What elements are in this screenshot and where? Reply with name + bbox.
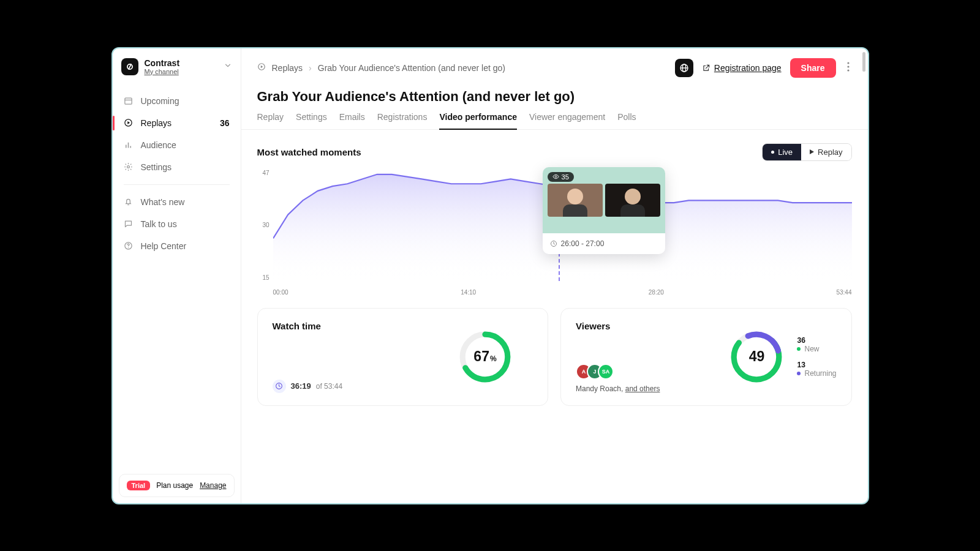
chart-y-axis: 47 30 15 [257,170,270,281]
toggle-replay-label: Replay [818,148,842,157]
live-dot-icon [771,151,774,154]
tab-video-performance[interactable]: Video performance [439,112,517,129]
svg-point-18 [847,69,849,71]
svg-point-8 [127,166,130,168]
sidebar-item-label: Audience [141,140,176,150]
svg-rect-2 [125,98,132,104]
legend-ret-count: 13 [797,361,836,369]
plan-usage-label: Plan usage [156,481,193,490]
viewers-total: 49 [749,348,765,365]
x-tick: 28:20 [649,289,664,296]
sidebar-item-replays[interactable]: Replays 36 [113,112,241,134]
toggle-live[interactable]: Live [763,144,801,160]
viewer-avatars: A J SA [576,364,728,380]
sidebar-item-label: Replays [141,118,172,128]
tab-replay[interactable]: Replay [257,112,284,129]
bell-icon [124,197,134,207]
content-area: Most watched moments Live Replay 47 3 [241,130,868,503]
moment-popover: 35 26:00 - 27:00 [543,167,665,254]
svg-point-11 [128,247,129,248]
gear-icon [124,162,134,172]
breadcrumb: Replays › Grab Your Audience's Attention… [257,62,505,73]
x-tick: 00:00 [273,289,288,296]
legend-dot-icon [797,372,801,375]
chat-icon [124,219,134,229]
globe-icon [679,63,689,73]
sidebar-item-help[interactable]: Help Center [113,235,241,257]
breadcrumb-current: Grab Your Audience's Attention (and neve… [318,63,505,73]
section-title: Most watched moments [257,147,361,157]
app-window: Contrast My channel Upcoming Replays 36 [111,47,869,504]
sidebar-item-label: Help Center [141,241,187,251]
sidebar-item-label: What's new [141,197,185,207]
sidebar-item-talk[interactable]: Talk to us [113,213,241,235]
viewers-legend: 36 New 13 Returning [797,336,836,378]
x-tick: 14:10 [461,289,476,296]
plan-card: Trial Plan usage Manage [119,474,235,497]
brand-title: Contrast [145,58,217,68]
trial-badge: Trial [127,481,151,490]
calendar-icon [124,96,134,106]
view-mode-toggle: Live Replay [762,143,851,161]
viewers-card: Viewers A J SA Mandy Roach, and others [560,308,852,406]
viewer-name-lead: Mandy Roach, [576,384,625,393]
avatar: SA [598,364,614,380]
viewers-donut: 49 [728,329,785,385]
sidebar-item-whatsnew[interactable]: What's new [113,191,241,213]
legend-dot-icon [797,347,801,351]
more-menu-button[interactable] [845,62,852,73]
y-tick: 15 [257,274,270,281]
registration-page-link[interactable]: Registration page [702,63,782,73]
watch-time-of: of 53:44 [316,382,342,391]
main: Replays › Grab Your Audience's Attention… [241,48,868,503]
legend-ret-label: Returning [804,369,836,378]
watch-time-donut: 67% [457,329,513,385]
moment-time-label: 26:00 - 27:00 [561,239,605,248]
play-circle-icon [257,62,266,73]
svg-point-16 [847,62,849,64]
manage-link[interactable]: Manage [200,481,226,490]
moment-thumbnail: 35 [543,167,665,233]
sidebar-item-audience[interactable]: Audience [113,134,241,156]
viewer-names: Mandy Roach, and others [576,384,728,393]
moment-viewer-count: 35 [562,173,569,181]
moment-viewers-pill: 35 [548,172,574,182]
moments-chart[interactable]: 47 30 15 [257,167,852,296]
toggle-replay[interactable]: Replay [801,144,851,160]
play-circle-icon [124,118,134,128]
y-tick: 47 [257,170,270,176]
sidebar-item-label: Talk to us [141,219,177,229]
watch-time-value: 36:19 [291,381,311,391]
language-button[interactable] [675,59,693,77]
sidebar-item-upcoming[interactable]: Upcoming [113,90,241,112]
chevron-down-icon [224,61,232,72]
section-header: Most watched moments Live Replay [257,143,852,161]
dots-vertical-icon [847,62,850,72]
bar-chart-icon [124,140,134,150]
tab-polls[interactable]: Polls [617,112,636,129]
workspace-switcher[interactable]: Contrast My channel [113,48,241,84]
moment-time: 26:00 - 27:00 [543,233,665,254]
breadcrumb-root[interactable]: Replays [272,63,303,73]
tabs: Replay Settings Emails Registrations Vid… [241,105,868,130]
tab-settings[interactable]: Settings [296,112,327,129]
eye-icon [552,173,559,180]
sidebar-item-label: Settings [141,162,172,172]
brand-subtitle[interactable]: My channel [145,68,217,75]
share-button[interactable]: Share [790,58,836,78]
tab-viewer-engagement[interactable]: Viewer engagement [529,112,605,129]
x-tick: 53:44 [836,289,851,296]
topbar: Replays › Grab Your Audience's Attention… [241,48,868,83]
speaker-thumbnail-2 [605,184,660,217]
tab-registrations[interactable]: Registrations [377,112,428,129]
external-link-icon [702,64,710,72]
viewers-title: Viewers [576,321,728,331]
sidebar-item-settings[interactable]: Settings [113,156,241,178]
registration-link-label: Registration page [714,63,782,73]
watch-time-card: Watch time 36:19 of 53:44 [257,308,549,406]
chart-x-axis: 00:00 14:10 28:20 53:44 [273,289,852,296]
viewer-others-link[interactable]: and others [625,384,660,393]
sidebar-item-label: Upcoming [141,96,179,106]
replays-count: 36 [220,118,230,128]
tab-emails[interactable]: Emails [339,112,365,129]
